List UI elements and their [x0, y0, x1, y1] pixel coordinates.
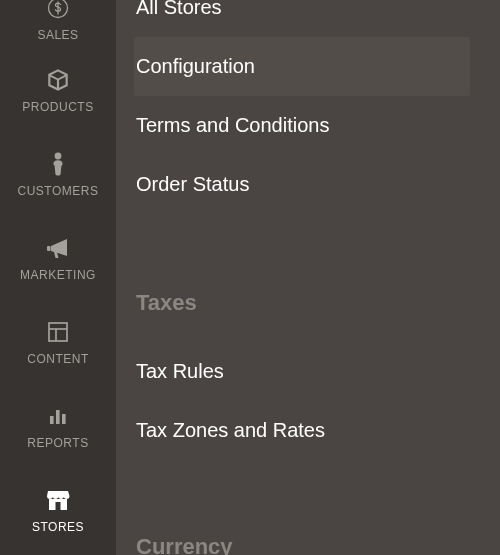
- main-sidebar: SALES PRODUCTS CUSTOMERS: [0, 0, 116, 555]
- menu-item-label: Order Status: [136, 173, 249, 196]
- sidebar-item-customers[interactable]: CUSTOMERS: [0, 132, 116, 216]
- svg-rect-10: [56, 502, 61, 510]
- sidebar-item-content[interactable]: CONTENT: [0, 300, 116, 384]
- sidebar-label-content: CONTENT: [27, 352, 89, 366]
- menu-item-order-status[interactable]: Order Status: [136, 155, 492, 214]
- svg-point-1: [55, 153, 62, 160]
- person-icon: [44, 150, 72, 178]
- sidebar-label-sales: SALES: [37, 28, 78, 42]
- bars-icon: [44, 402, 72, 430]
- menu-item-tax-rules[interactable]: Tax Rules: [136, 342, 492, 401]
- menu-item-label: Configuration: [136, 55, 255, 78]
- section-heading-currency: Currency: [136, 536, 492, 555]
- sidebar-item-sales[interactable]: SALES: [0, 0, 116, 48]
- sidebar-item-reports[interactable]: REPORTS: [0, 384, 116, 468]
- svg-rect-3: [49, 323, 67, 341]
- sidebar-item-products[interactable]: PRODUCTS: [0, 48, 116, 132]
- sidebar-label-marketing: MARKETING: [20, 268, 96, 282]
- menu-item-tax-zones-and-rates[interactable]: Tax Zones and Rates: [136, 401, 492, 460]
- sidebar-item-marketing[interactable]: MARKETING: [0, 216, 116, 300]
- store-icon: [44, 486, 72, 514]
- sidebar-label-products: PRODUCTS: [22, 100, 93, 114]
- menu-item-label: All Stores: [136, 0, 222, 19]
- megaphone-icon: [44, 234, 72, 262]
- menu-item-all-stores[interactable]: All Stores: [136, 0, 492, 37]
- svg-rect-2: [47, 246, 51, 251]
- stores-submenu-panel: All Stores Configuration Terms and Condi…: [116, 0, 500, 555]
- sidebar-label-reports: REPORTS: [27, 436, 88, 450]
- app-root: SALES PRODUCTS CUSTOMERS: [0, 0, 500, 555]
- section-heading-taxes: Taxes: [136, 290, 492, 316]
- sidebar-label-customers: CUSTOMERS: [18, 184, 99, 198]
- svg-rect-6: [50, 416, 54, 424]
- menu-item-terms-and-conditions[interactable]: Terms and Conditions: [136, 96, 492, 155]
- box-icon: [44, 66, 72, 94]
- sidebar-item-stores[interactable]: STORES: [0, 468, 116, 552]
- svg-rect-7: [56, 410, 60, 424]
- menu-item-label: Terms and Conditions: [136, 114, 329, 137]
- menu-item-label: Tax Zones and Rates: [136, 419, 325, 442]
- menu-item-label: Tax Rules: [136, 360, 224, 383]
- dollar-icon: [44, 0, 72, 22]
- layout-icon: [44, 318, 72, 346]
- sidebar-label-stores: STORES: [32, 520, 84, 534]
- menu-item-configuration[interactable]: Configuration: [134, 37, 470, 96]
- svg-rect-8: [62, 414, 66, 424]
